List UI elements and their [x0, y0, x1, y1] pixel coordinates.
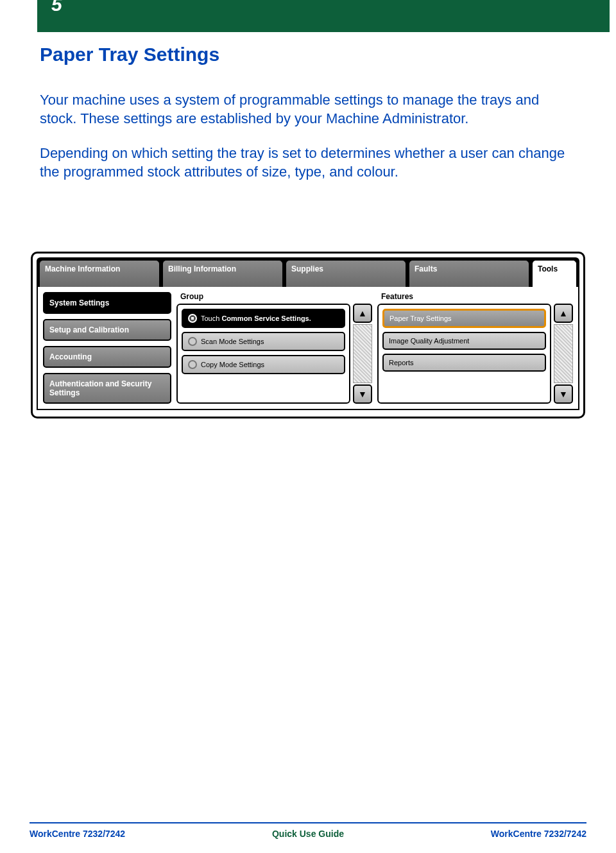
group-item-common-service-settings[interactable]: Touch Common Service Settings.	[182, 309, 345, 328]
body-text: Your machine uses a system of programmab…	[40, 91, 578, 181]
tab-machine-information[interactable]: Machine Information	[39, 260, 160, 287]
item-label: Scan Mode Settings	[201, 338, 264, 345]
scroll-track[interactable]	[554, 324, 573, 383]
btn-setup-and-calibration[interactable]: Setup and Calibration	[43, 319, 171, 341]
item-label: Reports	[389, 359, 414, 366]
btn-accounting[interactable]: Accounting	[43, 346, 171, 368]
features-item-paper-tray-settings[interactable]: Paper Tray Settings	[382, 309, 546, 328]
radio-icon	[188, 314, 197, 323]
item-label: Copy Mode Settings	[201, 361, 264, 368]
tab-bar: Machine Information Billing Information …	[37, 257, 579, 287]
features-list: Paper Tray Settings Image Quality Adjust…	[377, 304, 551, 404]
touchscreen-panel: Machine Information Billing Information …	[31, 252, 585, 418]
btn-system-settings[interactable]: System Settings	[43, 292, 171, 314]
left-column: System Settings Setup and Calibration Ac…	[43, 292, 171, 404]
features-item-reports[interactable]: Reports	[382, 354, 546, 372]
group-column: Group Touch Common Service Settings. Sca…	[176, 292, 372, 404]
item-label: Paper Tray Settings	[389, 314, 452, 322]
item-label: Touch Common Service Settings.	[201, 314, 311, 322]
header-bar: 5	[37, 0, 610, 32]
btn-authentication-security[interactable]: Authentication and Security Settings	[43, 373, 171, 404]
page-number: 5	[51, 0, 62, 15]
group-scrollbar: ▲ ▼	[353, 304, 372, 404]
page-title: Paper Tray Settings	[40, 44, 616, 65]
group-item-scan-mode-settings[interactable]: Scan Mode Settings	[182, 332, 345, 351]
group-item-copy-mode-settings[interactable]: Copy Mode Settings	[182, 355, 345, 374]
tab-billing-information[interactable]: Billing Information	[162, 260, 283, 287]
footer: WorkCentre 7232/7242 Quick Use Guide Wor…	[30, 822, 586, 839]
tab-tools[interactable]: Tools	[532, 260, 577, 287]
scroll-down-button[interactable]: ▼	[353, 384, 372, 404]
scroll-track[interactable]	[353, 324, 372, 383]
group-header: Group	[176, 292, 372, 304]
scroll-down-button[interactable]: ▼	[554, 384, 573, 404]
tab-faults[interactable]: Faults	[409, 260, 529, 287]
group-list: Touch Common Service Settings. Scan Mode…	[176, 304, 350, 404]
paragraph-2: Depending on which setting the tray is s…	[40, 144, 578, 181]
footer-right: WorkCentre 7232/7242	[491, 829, 586, 839]
item-label: Image Quality Adjustment	[389, 337, 469, 345]
features-column: Features Paper Tray Settings Image Quali…	[377, 292, 573, 404]
radio-icon	[188, 360, 197, 369]
paragraph-1: Your machine uses a system of programmab…	[40, 91, 578, 128]
scroll-up-button[interactable]: ▲	[554, 304, 573, 323]
features-item-image-quality-adjustment[interactable]: Image Quality Adjustment	[382, 332, 546, 350]
features-scrollbar: ▲ ▼	[554, 304, 573, 404]
tab-supplies[interactable]: Supplies	[286, 260, 406, 287]
footer-left: WorkCentre 7232/7242	[30, 829, 125, 839]
footer-center: Quick Use Guide	[272, 829, 344, 839]
scroll-up-button[interactable]: ▲	[353, 304, 372, 323]
features-header: Features	[377, 292, 573, 304]
radio-icon	[188, 337, 197, 346]
